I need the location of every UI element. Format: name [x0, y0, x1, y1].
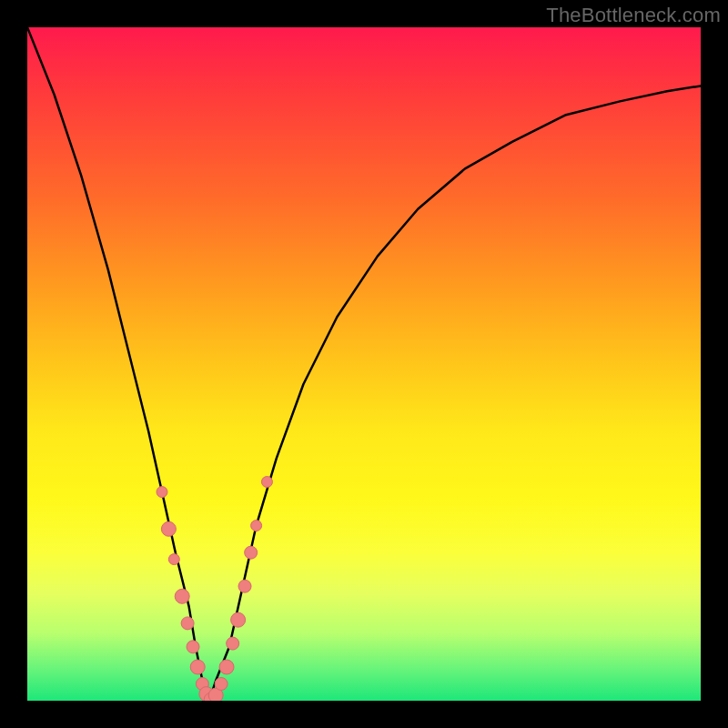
scatter-dot: [157, 487, 167, 498]
scatter-dot: [227, 637, 239, 650]
scatter-dot: [251, 521, 262, 531]
scatter-dot: [261, 477, 272, 488]
scatter-dot: [175, 589, 189, 603]
scatter-dot: [231, 612, 246, 627]
scatter-dot: [245, 546, 258, 559]
chart-frame: [27, 27, 701, 701]
scatter-dot: [190, 660, 205, 674]
scatter-dot: [168, 554, 179, 565]
bottleneck-curve: [27, 27, 701, 701]
scatter-dots: [157, 477, 272, 702]
scatter-dot: [238, 580, 251, 592]
scatter-dot: [181, 617, 194, 630]
bottleneck-plot: [27, 27, 701, 701]
scatter-dot: [187, 641, 199, 653]
scatter-dot: [215, 678, 228, 691]
scatter-dot: [161, 521, 176, 536]
watermark-text: TheBottleneck.com: [546, 4, 721, 27]
scatter-dot: [219, 660, 234, 674]
